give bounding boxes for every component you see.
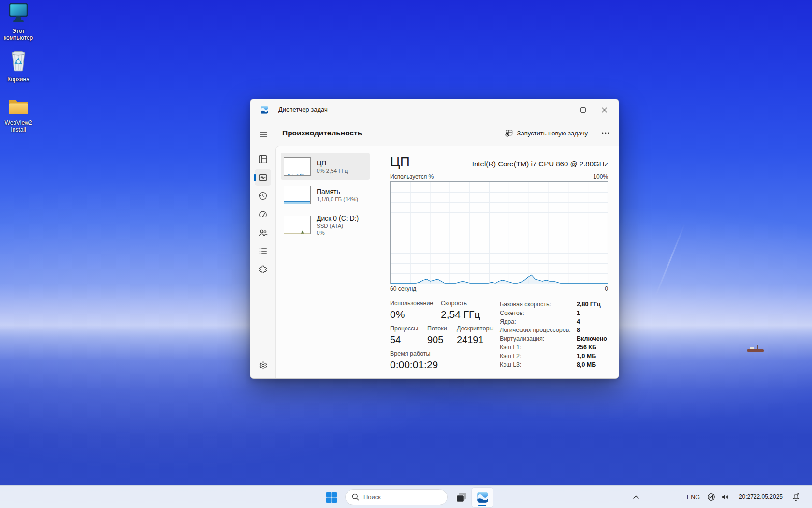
perf-item-cpu[interactable]: ЦП 0% 2,54 ГГц bbox=[281, 153, 370, 180]
spec-label: Кэш L2: bbox=[500, 352, 577, 361]
stat-label: Время работы bbox=[390, 350, 500, 357]
maximize-button[interactable] bbox=[572, 99, 594, 120]
titlebar[interactable]: Диспетчер задач bbox=[250, 99, 619, 120]
spec-label: Кэш L3: bbox=[500, 361, 577, 370]
spec-value: Включено bbox=[577, 335, 607, 344]
perf-item-percent: 0% bbox=[317, 229, 359, 236]
perf-item-title: Память bbox=[317, 188, 358, 196]
stat-label: Процессы bbox=[390, 325, 427, 332]
chevron-up-icon bbox=[633, 495, 639, 499]
perf-item-title: Диск 0 (C: D:) bbox=[317, 214, 359, 223]
tray-time: 20:27 bbox=[739, 493, 754, 501]
task-manager-window: Диспетчер задач bbox=[250, 99, 619, 379]
content-card: ЦП 0% 2,54 ГГц Память 1,1/8,0 ГБ (14%) bbox=[276, 146, 619, 378]
processes-icon bbox=[258, 154, 268, 164]
cpu-stats: Использование 0% Скорость 2,54 ГГц bbox=[390, 300, 500, 371]
taskbar-item-task-manager[interactable] bbox=[472, 488, 493, 507]
cpu-title: ЦП bbox=[390, 155, 410, 169]
window-title: Диспетчер задач bbox=[278, 106, 328, 113]
command-bar: Производительность Запустить новую задач… bbox=[276, 120, 619, 146]
hamburger-icon bbox=[259, 131, 267, 138]
language-indicator[interactable]: ENG bbox=[682, 488, 704, 507]
cpu-specs: Базовая скорость:2,80 ГГц Сокетов:1 Ядра… bbox=[500, 300, 608, 371]
stat-value: 905 bbox=[427, 334, 457, 345]
page-title: Производительность bbox=[282, 129, 362, 137]
spec-value: 4 bbox=[577, 318, 580, 327]
volume-button[interactable] bbox=[718, 488, 732, 507]
minimize-icon bbox=[559, 107, 565, 113]
disk-mini-graph bbox=[284, 216, 311, 234]
details-list-icon bbox=[258, 246, 268, 256]
notifications-button[interactable] bbox=[789, 488, 803, 507]
more-options-button[interactable] bbox=[598, 126, 613, 140]
nav-item-services[interactable] bbox=[255, 261, 271, 278]
network-status-button[interactable] bbox=[704, 488, 718, 507]
spec-label: Виртуализация: bbox=[500, 335, 577, 344]
task-manager-icon bbox=[476, 491, 489, 504]
nav-item-users[interactable] bbox=[255, 224, 271, 241]
graph-y-max: 100% bbox=[593, 173, 608, 180]
run-new-task-button[interactable]: Запустить новую задачу bbox=[501, 126, 592, 140]
spec-label: Базовая скорость: bbox=[500, 300, 577, 309]
taskbar: Поиск bbox=[0, 485, 812, 508]
ellipsis-icon bbox=[602, 132, 609, 134]
nav-item-startup-apps[interactable] bbox=[255, 206, 271, 223]
search-icon bbox=[352, 493, 359, 501]
bell-dnd-icon bbox=[791, 493, 801, 502]
stat-label: Использование bbox=[390, 300, 441, 307]
main-area: Производительность Запустить новую задач… bbox=[276, 120, 619, 378]
speaker-icon bbox=[721, 493, 730, 502]
cpu-mini-graph bbox=[284, 157, 311, 176]
search-placeholder: Поиск bbox=[363, 493, 381, 501]
this-pc-icon bbox=[7, 17, 30, 26]
stat-value: 2,54 ГГц bbox=[441, 309, 480, 320]
taskbar-item-task-view[interactable] bbox=[450, 488, 472, 507]
stat-value: 24191 bbox=[457, 334, 493, 345]
desktop-icon-recycle-bin[interactable]: Корзина bbox=[0, 49, 37, 83]
startup-gauge-icon bbox=[258, 209, 268, 220]
search-input[interactable]: Поиск bbox=[345, 489, 448, 505]
graph-x-left: 60 секунд bbox=[390, 285, 416, 292]
spec-label: Сокетов: bbox=[500, 309, 577, 318]
desktop-icon-label: Корзина bbox=[0, 76, 37, 83]
close-button[interactable] bbox=[594, 99, 615, 120]
start-button[interactable] bbox=[321, 488, 342, 507]
spec-label: Кэш L1: bbox=[500, 344, 577, 352]
stat-label: Потоки bbox=[427, 325, 457, 332]
minimize-button[interactable] bbox=[551, 99, 572, 120]
spec-value: 1 bbox=[577, 309, 580, 318]
contrail bbox=[654, 223, 686, 297]
settings-gear-icon bbox=[258, 360, 268, 371]
perf-item-subtitle: 1,1/8,0 ГБ (14%) bbox=[317, 196, 358, 203]
cpu-name: Intel(R) Core(TM) i7 CPU 860 @ 2.80GHz bbox=[472, 160, 608, 169]
stat-value: 54 bbox=[390, 334, 427, 345]
cpu-details: ЦП Intel(R) Core(TM) i7 CPU 860 @ 2.80GH… bbox=[390, 146, 608, 378]
perf-item-memory[interactable]: Память 1,1/8,0 ГБ (14%) bbox=[281, 181, 370, 209]
nav-item-performance[interactable] bbox=[255, 169, 271, 186]
close-icon bbox=[602, 107, 607, 113]
nav-item-processes[interactable] bbox=[255, 151, 271, 167]
clock[interactable]: 20:27 22.05.2025 bbox=[737, 488, 785, 507]
nav-rail bbox=[250, 120, 276, 378]
cpu-usage-graph bbox=[390, 181, 608, 284]
perf-item-subtitle: 0% 2,54 ГГц bbox=[317, 167, 348, 174]
spec-value: 8,0 МБ bbox=[577, 361, 596, 370]
tray-overflow-button[interactable] bbox=[630, 488, 642, 507]
spec-label: Логических процессоров: bbox=[500, 326, 577, 335]
nav-menu-button[interactable] bbox=[255, 126, 271, 143]
desktop-icon-this-pc[interactable]: Этот компьютер bbox=[0, 3, 37, 41]
run-new-task-label: Запустить новую задачу bbox=[517, 130, 588, 137]
ship bbox=[747, 344, 764, 352]
graph-y-label: Используется % bbox=[390, 173, 434, 180]
nav-item-settings[interactable] bbox=[255, 357, 271, 374]
selected-indicator bbox=[254, 174, 256, 181]
nav-item-details[interactable] bbox=[255, 243, 271, 259]
history-clock-icon bbox=[258, 191, 268, 201]
performance-icon bbox=[258, 172, 268, 183]
perf-item-disk0[interactable]: Диск 0 (C: D:) SSD (ATA) 0% bbox=[281, 210, 370, 240]
run-new-task-icon bbox=[505, 129, 513, 137]
desktop-icon-webview2-install[interactable]: WebView2 Install bbox=[0, 97, 37, 133]
active-app-indicator bbox=[478, 505, 486, 506]
spec-label: Ядра: bbox=[500, 318, 577, 327]
nav-item-app-history[interactable] bbox=[255, 188, 271, 204]
